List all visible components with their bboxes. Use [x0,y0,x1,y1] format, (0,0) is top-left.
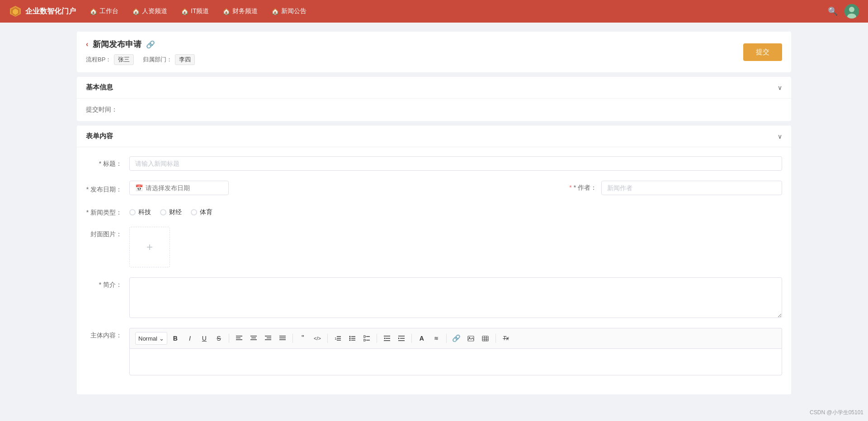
svg-rect-42 [482,336,488,341]
submit-button[interactable]: 提交 [743,43,782,61]
radio-label-tech: 科技 [138,208,151,216]
back-button[interactable]: ‹ [86,40,88,48]
header-right: 🔍 [828,4,859,19]
clear-format-button[interactable]: Tx [500,332,512,345]
dept-label: 归属部门： [143,56,172,64]
align-center-button[interactable] [247,332,260,345]
form-content-title: 表单内容 [86,132,113,140]
radio-sports[interactable]: 体育 [191,208,212,216]
rich-text-editor: Normal ⌄ B I U S [129,328,782,375]
rich-text-body[interactable] [129,348,782,375]
svg-point-22 [349,336,350,337]
ordered-list-button[interactable]: 1. [331,332,344,345]
chevron-down-icon-form: ∨ [778,133,782,140]
divider-1 [229,334,229,343]
svg-marker-35 [384,337,385,339]
link-button[interactable]: 🔗 [450,332,463,345]
divider-2 [292,334,293,343]
body-content-row: 主体内容： Normal ⌄ B I U [86,328,782,375]
quote-button[interactable]: " [297,332,309,345]
main-nav: 🏠 工作台 🏠 人资频道 🏠 IT频道 🏠 财务频道 🏠 新闻公告 [90,7,828,15]
divider-4 [377,334,377,343]
home-icon-news: 🏠 [271,8,279,15]
svg-rect-29 [363,339,365,341]
calendar-icon: 📅 [135,184,143,192]
bp-value: 张三 [114,54,134,65]
indent-increase-button[interactable] [395,332,408,345]
align-left-button[interactable] [233,332,245,345]
date-label: * 发布日期： [86,182,122,194]
radio-tech[interactable]: 科技 [129,208,151,216]
table-button[interactable] [479,332,492,345]
basic-info-title: 基本信息 [86,83,113,92]
form-content-header[interactable]: 表单内容 ∨ [77,126,791,147]
body-label: 主体内容： [86,328,122,340]
page-title: 新闻发布申请 [93,39,142,50]
bold-button[interactable]: B [169,332,182,345]
svg-rect-28 [363,336,365,337]
underline-button[interactable]: U [198,332,211,345]
svg-point-24 [349,340,350,341]
cover-image-row: 封面图片： + [86,227,782,267]
divider-6 [446,334,447,343]
cover-image-upload[interactable]: + [129,227,170,267]
chevron-down-icon-style: ⌄ [159,335,164,342]
nav-news[interactable]: 🏠 新闻公告 [271,7,307,15]
author-section: * 作者： [236,181,782,195]
italic-button[interactable]: I [184,332,196,345]
basic-info-section: 基本信息 ∨ 提交时间： [77,77,791,121]
summary-row: * 简介： [86,277,782,318]
style-select[interactable]: Normal ⌄ [135,332,167,345]
divider-3 [327,334,328,343]
nav-it[interactable]: 🏠 IT频道 [181,7,209,15]
nav-workbench[interactable]: 🏠 工作台 [90,7,118,15]
title-input[interactable] [129,156,782,171]
title-label: * 标题： [86,156,122,168]
font-color-button[interactable]: A [415,332,428,345]
meta-row: 流程BP： 张三 归属部门： 李四 [86,54,195,65]
author-label: * 作者： [569,184,597,192]
logo[interactable]: 企业数智化门户 [9,5,76,18]
bullet-list-button[interactable] [346,332,359,345]
task-list-button[interactable] [360,332,373,345]
summary-label: * 简介： [86,277,122,289]
title-row: * 标题： [86,156,782,171]
code-button[interactable]: </> [311,332,324,345]
dept-meta: 归属部门： 李四 [143,54,195,65]
date-wrapper[interactable]: 📅 [129,181,229,195]
avatar[interactable] [844,4,859,19]
date-input[interactable] [146,184,225,192]
nav-hr[interactable]: 🏠 人资频道 [132,7,167,15]
radio-finance[interactable]: 财经 [160,208,182,216]
divider-5 [411,334,412,343]
form-content-section: 表单内容 ∨ * 标题： * 发布日期： 📅 * 作者： [77,126,791,394]
summary-textarea[interactable] [129,277,782,318]
rich-text-toolbar: Normal ⌄ B I U S [129,328,782,348]
divider-7 [495,334,496,343]
style-label: Normal [138,335,157,342]
align-justify-button[interactable] [276,332,289,345]
svg-point-23 [349,338,350,339]
align-right-button[interactable] [262,332,274,345]
logo-icon [9,5,22,18]
page-header: ‹ 新闻发布申请 🔗 流程BP： 张三 归属部门： 李四 提交 [77,32,791,72]
submit-time-row: 提交时间： [77,98,791,121]
submit-time-label: 提交时间： [86,106,118,113]
plus-icon: + [146,241,153,253]
bp-label: 流程BP： [86,56,111,64]
news-type-radio-group: 科技 财经 体育 [129,205,212,216]
home-icon: 🏠 [90,8,97,15]
main-content: ‹ 新闻发布申请 🔗 流程BP： 张三 归属部门： 李四 提交 基本信息 ∨ [0,23,868,421]
svg-point-4 [849,7,854,12]
author-input[interactable] [601,181,782,195]
indent-decrease-button[interactable] [381,332,393,345]
basic-info-header[interactable]: 基本信息 ∨ [77,77,791,98]
dept-value: 李四 [175,54,195,65]
chevron-down-icon: ∨ [778,84,782,91]
nav-finance[interactable]: 🏠 财务频道 [222,7,258,15]
highlight-button[interactable]: ≋ [430,332,443,345]
page-header-left: ‹ 新闻发布申请 🔗 流程BP： 张三 归属部门： 李四 [86,39,195,65]
strikethrough-button[interactable]: S [212,332,225,345]
search-icon[interactable]: 🔍 [828,6,838,16]
image-button[interactable] [465,332,477,345]
